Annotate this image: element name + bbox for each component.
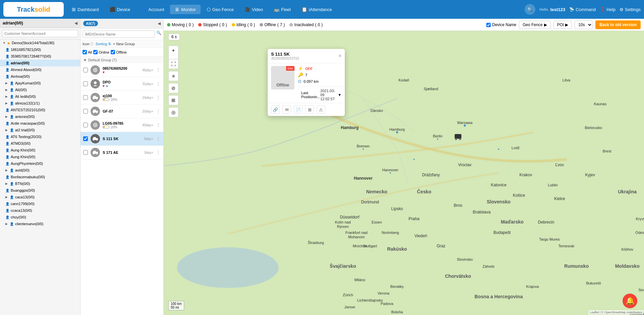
device-checkbox-7[interactable]: [83, 150, 88, 155]
tree-item-demo[interactable]: ▼ ▶ Demo(Stock144/Total190): [0, 40, 80, 46]
tree-item-atmd3[interactable]: 👤 ATMD3(0/0): [0, 140, 80, 147]
sidebar-collapse-button[interactable]: ◀: [74, 21, 77, 25]
device-checkbox-5[interactable]: [83, 123, 88, 127]
tree-item-btn[interactable]: ▶ 👤 BTN(0/0): [0, 180, 80, 187]
device-more-4[interactable]: ⋮: [156, 109, 161, 114]
device-row-7[interactable]: S 171 AE 3day+ ⋮: [80, 146, 163, 160]
nav-dashboard[interactable]: ⊞ Dashboard: [67, 5, 104, 14]
device-group-header[interactable]: ▼ Default Group (7): [80, 57, 163, 63]
measure-button[interactable]: ⊘: [168, 83, 178, 93]
notification-bell-button[interactable]: 🔔: [623, 294, 637, 308]
device-checkbox-1[interactable]: [83, 68, 88, 72]
filter-offline-label[interactable]: Offline: [111, 50, 127, 54]
layers-button[interactable]: ≡: [168, 71, 178, 81]
device-row[interactable]: 085763605200 ♥ 46day+ ⋮: [80, 63, 163, 77]
new-group-button[interactable]: + New Group: [113, 42, 135, 46]
device-search-input[interactable]: [83, 30, 155, 38]
nav-monitor[interactable]: 🖥 Monitor: [170, 5, 200, 14]
tree-item-35985708[interactable]: 👤 35985708172848??(0/0): [0, 53, 80, 60]
tree-item-aung-khin2[interactable]: 👤 Aung Khin(0/0): [0, 153, 80, 160]
action-info-button[interactable]: 📄: [294, 105, 303, 114]
device-row-4[interactable]: GF-07 20day+ ⋮: [80, 105, 163, 118]
device-more-6[interactable]: ⋮: [156, 136, 161, 141]
geofence-map-button[interactable]: Geo Fence ▶: [519, 21, 550, 29]
action-send-button[interactable]: ✉: [282, 105, 291, 114]
tree-item-at6testing[interactable]: 👤 AT6 Testing(20/20): [0, 133, 80, 140]
filter-all-checkbox[interactable]: [83, 50, 87, 54]
tree-item-choy[interactable]: 👤 choy(0/0): [0, 214, 80, 220]
tree-item-at2trial[interactable]: ▶ 👤 at2 trial(0/0): [0, 127, 80, 133]
command-button[interactable]: 📡 Command: [569, 7, 596, 12]
zoom-in-button[interactable]: +: [169, 46, 178, 55]
tree-item-adrian[interactable]: 👤 adrian(0/0): [0, 60, 80, 66]
device-list-collapse-button[interactable]: ◀: [158, 21, 161, 26]
device-more-5[interactable]: ⋮: [156, 122, 161, 128]
tree-item-buanggps[interactable]: 👤 Buanggps(0/0): [0, 187, 80, 194]
tree-item-ccaca13[interactable]: 👤 ccaca13(0/0): [0, 207, 80, 214]
nav-iattendance[interactable]: 📋 iAttendance: [297, 5, 337, 14]
filter-offline-checkbox[interactable]: [111, 50, 115, 54]
settings-button[interactable]: ⚙ Settings: [620, 7, 641, 12]
map-background[interactable]: Hamburg Berlin Warsawa Hannover Bremen D…: [164, 31, 644, 315]
device-row-2[interactable]: DPO ♥ ● 31day+ ⋮: [80, 77, 163, 91]
nav-account[interactable]: 👤 Account: [136, 5, 169, 14]
fullscreen-button[interactable]: ⛶: [168, 59, 178, 69]
tree-item-cann1799[interactable]: 👤 cann1799(0/0): [0, 200, 80, 207]
nav-video[interactable]: 🎥 Video: [240, 5, 268, 14]
device-search-button[interactable]: 🔍: [156, 30, 161, 38]
cluster-button[interactable]: ⊞: [168, 95, 178, 105]
filter-all-label[interactable]: All: [83, 50, 92, 54]
tree-item-ali[interactable]: ▶ 👤 Ali(0/0): [0, 86, 80, 93]
all-badge[interactable]: All(7): [83, 21, 98, 26]
tree-item-aungphyohein[interactable]: 👤 AungPhyoHein(0/0): [0, 160, 80, 167]
poi-button[interactable]: POI ▶: [553, 21, 572, 29]
tree-item-aung-khin[interactable]: 👤 Aung Khin(0/0): [0, 147, 80, 153]
nav-device[interactable]: ⬛ Device: [105, 5, 135, 14]
nav-fleet[interactable]: 🚌 Fleet: [269, 5, 296, 14]
logo[interactable]: Tracksolid: [3, 2, 64, 17]
device-checkbox-2[interactable]: [83, 81, 88, 86]
tree-item-18616857821[interactable]: 👤 18616857821(0/0): [0, 46, 80, 53]
device-row-6[interactable]: S 111 SK 5day+ ⋮: [80, 132, 163, 146]
device-more-2[interactable]: ⋮: [156, 81, 161, 86]
icon-button[interactable]: Icon ⓘ: [83, 42, 94, 46]
device-name-checkbox[interactable]: [486, 23, 491, 27]
tree-item-ali-iedib[interactable]: ▶ 👤 Ali Iedib(0/0): [0, 93, 80, 100]
tree-item-caca13[interactable]: ▶ 👤 caca13(0/0): [0, 194, 80, 200]
action-alert-button[interactable]: ⚠: [317, 105, 325, 114]
interval-select[interactable]: 10s 30s 60s: [575, 20, 593, 29]
tree-item-bonfacemabuku[interactable]: 👤 Bonfacemabuku(0/0): [0, 174, 80, 180]
action-link-button[interactable]: 🔗: [271, 105, 280, 114]
help-button[interactable]: ❓ Help: [600, 7, 615, 12]
tree-item-ainhoa[interactable]: 👤 Ainhoa(0/0): [0, 73, 80, 80]
group-name: Default Group (7): [88, 58, 117, 62]
filter-online-checkbox[interactable]: [93, 50, 98, 54]
action-grid-button[interactable]: ⊞: [305, 105, 314, 114]
filter-online-label[interactable]: Online: [93, 50, 109, 54]
device-checkbox-6[interactable]: [83, 136, 88, 141]
tree-item-avid[interactable]: ▶ 👤 avid(0/0): [0, 167, 80, 174]
popup-close-button[interactable]: ×: [338, 53, 341, 59]
tree-item-ahmed[interactable]: 👤 Ahmed Abood(0/0): [0, 66, 80, 73]
device-checkbox-3[interactable]: [83, 95, 88, 100]
tree-item-ardie[interactable]: 👤 Ardie macaspac(0/0): [0, 120, 80, 127]
device-more-1[interactable]: ⋮: [156, 67, 161, 73]
expand-icon[interactable]: ▼: [338, 93, 341, 97]
device-row-5[interactable]: LG05-09785 20% 40day+ ⋮: [80, 118, 163, 132]
tree-item-antonio[interactable]: ▶ 👤 antonio(0/0): [0, 113, 80, 120]
device-more-7[interactable]: ⋮: [156, 150, 161, 155]
tree-item-clientenuevo[interactable]: ▶ 👤 clientenuevo(0/0): [0, 220, 80, 227]
device-row-3[interactable]: ej100 20% 24day+ ⋮: [80, 91, 163, 105]
back-old-version-button[interactable]: Back to old version: [595, 20, 641, 29]
top-navigation: Tracksolid ⊞ Dashboard ⬛ Device 👤 Accoun…: [0, 0, 644, 19]
device-more-3[interactable]: ⋮: [156, 95, 161, 100]
nav-geofence[interactable]: ⬡ Geo Fence: [202, 5, 238, 14]
tree-item-antest[interactable]: 👤 ANTEST202101(0/0): [0, 107, 80, 113]
sorting-button[interactable]: Sorting ⇅: [96, 42, 111, 46]
search-button[interactable]: 🔍: [525, 4, 535, 15]
tree-item-ajaykumar[interactable]: ▶ 👤 AjayKumar(0/0): [0, 80, 80, 86]
tree-item-alireza[interactable]: ▶ 👤 alireza132(1/1): [0, 100, 80, 107]
locate-button[interactable]: ◎: [168, 107, 178, 117]
device-checkbox-4[interactable]: [83, 109, 88, 114]
customer-search-input[interactable]: [2, 30, 78, 37]
